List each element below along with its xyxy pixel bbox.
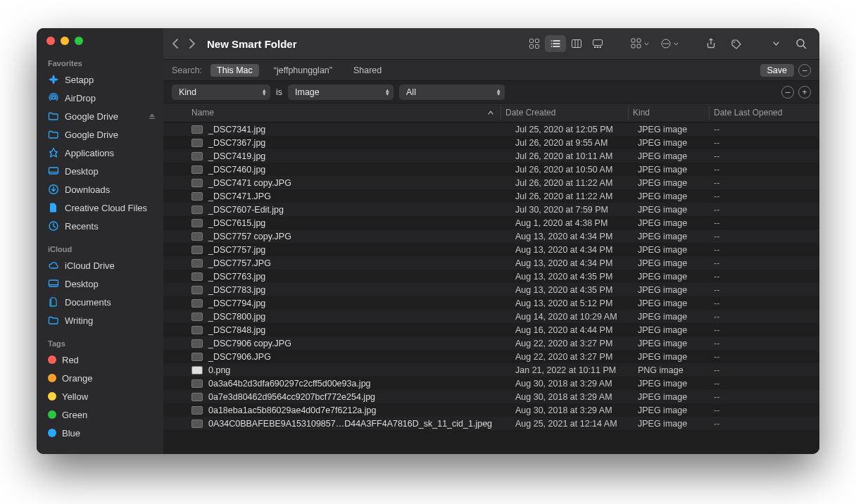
column-header-last-opened[interactable]: Date Last Opened bbox=[714, 108, 819, 118]
view-list-button[interactable] bbox=[545, 35, 566, 52]
criteria-extra-dropdown[interactable]: All ▴▾ bbox=[399, 84, 505, 100]
airdrop-icon bbox=[48, 92, 59, 103]
sidebar-item[interactable]: Google Drive bbox=[37, 125, 163, 144]
sidebar-item[interactable]: Red bbox=[37, 351, 163, 369]
window-fullscreen-button[interactable] bbox=[75, 37, 83, 45]
file-row[interactable]: _DSC7800.jpg Aug 14, 2020 at 10:29 AM JP… bbox=[163, 310, 819, 323]
sidebar-item[interactable]: Setapp bbox=[37, 70, 163, 89]
scope-user-folder[interactable]: “jeffphungglan” bbox=[268, 64, 339, 77]
more-dropdown-button[interactable] bbox=[766, 35, 786, 52]
file-row[interactable]: _DSC7906 copy.JPG Aug 22, 2020 at 3:27 P… bbox=[163, 336, 819, 350]
save-search-button[interactable]: Save bbox=[760, 64, 795, 77]
column-header-kind[interactable]: Kind bbox=[633, 108, 709, 118]
file-row[interactable]: _DSC7757.jpg Aug 13, 2020 at 4:34 PM JPE… bbox=[163, 243, 819, 256]
file-date-last-opened: -- bbox=[714, 392, 819, 402]
remove-scope-button[interactable]: – bbox=[798, 64, 811, 77]
folder-icon bbox=[48, 111, 59, 122]
group-by-button[interactable] bbox=[628, 35, 652, 52]
scope-this-mac[interactable]: This Mac bbox=[210, 64, 259, 77]
tag-button[interactable] bbox=[726, 35, 746, 52]
file-kind: JPEG image bbox=[638, 352, 714, 362]
file-row[interactable]: 0a18eba1ac5b86029ae4d0d7e7f6212a.jpg Aug… bbox=[163, 403, 819, 417]
sidebar-item[interactable]: Green bbox=[37, 405, 163, 424]
file-row[interactable]: 0a7e3d80462d9564cc9207bcf772e254.jpg Aug… bbox=[163, 390, 819, 403]
sidebar-item[interactable]: Blue bbox=[37, 424, 163, 442]
toolbar: New Smart Folder bbox=[163, 28, 819, 59]
file-date-created: Jul 26, 2020 at 11:22 AM bbox=[515, 178, 638, 188]
file-name: _DSC7848.jpg bbox=[208, 325, 265, 335]
file-kind: PNG image bbox=[638, 365, 714, 375]
file-row[interactable]: 0a3a64b2d3dfa690297c2cff5d00e93a.jpg Aug… bbox=[163, 377, 819, 390]
action-menu-button[interactable] bbox=[657, 35, 681, 52]
sidebar-item[interactable]: Orange bbox=[37, 369, 163, 387]
view-grid-button[interactable] bbox=[524, 35, 545, 52]
sidebar-item[interactable]: Writing bbox=[37, 311, 163, 329]
sort-ascending-icon bbox=[488, 110, 493, 115]
file-row[interactable]: _DSC7471.JPG Jul 26, 2020 at 11:22 AM JP… bbox=[163, 189, 819, 203]
file-row[interactable]: _DSC7341.jpg Jul 25, 2020 at 12:05 PM JP… bbox=[163, 122, 819, 136]
file-date-last-opened: -- bbox=[714, 178, 819, 188]
search-button[interactable] bbox=[791, 35, 811, 52]
file-kind: JPEG image bbox=[638, 205, 714, 215]
sidebar-item[interactable]: Desktop bbox=[37, 162, 163, 180]
file-date-last-opened: -- bbox=[714, 325, 819, 335]
sidebar-item[interactable]: Google Drive bbox=[37, 107, 163, 125]
criteria-extra-label: All bbox=[406, 87, 416, 97]
file-date-last-opened: -- bbox=[714, 419, 819, 429]
file-name: _DSC7471.JPG bbox=[208, 191, 271, 201]
file-row[interactable]: 0A34C0BBAFEBE9A153109857…D44A3FF4A7816D_… bbox=[163, 417, 819, 430]
back-button[interactable] bbox=[172, 38, 179, 49]
criteria-remove-button[interactable]: – bbox=[781, 86, 794, 99]
view-gallery-button[interactable] bbox=[587, 35, 608, 52]
criteria-add-button[interactable]: + bbox=[798, 86, 811, 99]
apps-icon bbox=[48, 147, 59, 158]
traffic-lights bbox=[37, 37, 163, 55]
file-row[interactable]: _DSC7783.jpg Aug 13, 2020 at 4:35 PM JPE… bbox=[163, 283, 819, 296]
criteria-value-dropdown[interactable]: Image ▴▾ bbox=[288, 84, 394, 100]
window-close-button[interactable] bbox=[46, 37, 55, 45]
sidebar-item[interactable]: Yellow bbox=[37, 387, 163, 405]
file-date-created: Aug 30, 2018 at 3:29 AM bbox=[515, 405, 638, 415]
file-row[interactable]: _DSC7757 copy.JPG Aug 13, 2020 at 4:34 P… bbox=[163, 229, 819, 243]
sidebar-item[interactable]: Desktop bbox=[37, 275, 163, 293]
file-date-last-opened: -- bbox=[714, 285, 819, 295]
file-date-created: Jul 25, 2020 at 12:05 PM bbox=[515, 125, 638, 134]
file-row[interactable]: _DSC7848.jpg Aug 16, 2020 at 4:44 PM JPE… bbox=[163, 323, 819, 336]
file-row[interactable]: _DSC7763.jpg Aug 13, 2020 at 4:35 PM JPE… bbox=[163, 270, 819, 283]
column-header-name[interactable]: Name bbox=[187, 108, 501, 118]
sidebar-item[interactable]: Downloads bbox=[37, 180, 163, 199]
file-row[interactable]: _DSC7757.JPG Aug 13, 2020 at 4:34 PM JPE… bbox=[163, 256, 819, 270]
view-columns-button[interactable] bbox=[566, 35, 587, 52]
file-thumbnail-icon bbox=[191, 379, 203, 388]
file-row[interactable]: _DSC7906.JPG Aug 22, 2020 at 3:27 PM JPE… bbox=[163, 350, 819, 363]
file-row[interactable]: _DSC7615.jpg Aug 1, 2020 at 4:38 PM JPEG… bbox=[163, 216, 819, 229]
svg-point-33 bbox=[734, 42, 735, 43]
eject-icon[interactable] bbox=[148, 112, 156, 120]
file-row[interactable]: _DSC7460.jpg Jul 26, 2020 at 10:50 AM JP… bbox=[163, 163, 819, 176]
file-name: _DSC7615.jpg bbox=[208, 218, 265, 228]
scope-shared[interactable]: Shared bbox=[347, 64, 388, 77]
file-row[interactable]: _DSC7419.jpg Jul 26, 2020 at 10:11 AM JP… bbox=[163, 149, 819, 163]
file-row[interactable]: 0.png Jan 21, 2022 at 10:11 PM PNG image… bbox=[163, 363, 819, 377]
share-button[interactable] bbox=[701, 35, 721, 52]
window-minimize-button[interactable] bbox=[61, 37, 69, 45]
column-header-date[interactable]: Date Created bbox=[505, 108, 628, 118]
file-row[interactable]: _DSC7367.jpg Jul 26, 2020 at 9:55 AM JPE… bbox=[163, 136, 819, 149]
sidebar-item[interactable]: Documents bbox=[37, 293, 163, 311]
file-date-last-opened: -- bbox=[714, 245, 819, 255]
file-list[interactable]: _DSC7341.jpg Jul 25, 2020 at 12:05 PM JP… bbox=[163, 122, 819, 454]
sidebar-item[interactable]: iCloud Drive bbox=[37, 256, 163, 275]
file-date-last-opened: -- bbox=[714, 379, 819, 389]
sidebar-item[interactable]: Applications bbox=[37, 144, 163, 162]
sidebar-item[interactable]: Recents bbox=[37, 217, 163, 235]
file-row[interactable]: _DSC7471 copy.JPG Jul 26, 2020 at 11:22 … bbox=[163, 176, 819, 189]
forward-button[interactable] bbox=[189, 38, 196, 49]
sidebar-item[interactable]: AirDrop bbox=[37, 89, 163, 107]
file-row[interactable]: _DSC7607-Edit.jpg Jul 30, 2020 at 7:59 P… bbox=[163, 203, 819, 216]
file-name: 0.png bbox=[208, 365, 230, 375]
file-date-created: Aug 25, 2021 at 12:14 AM bbox=[515, 419, 638, 429]
file-row[interactable]: _DSC7794.jpg Aug 13, 2020 at 5:12 PM JPE… bbox=[163, 296, 819, 310]
sidebar-heading: iCloud bbox=[37, 244, 163, 256]
criteria-attribute-dropdown[interactable]: Kind ▴▾ bbox=[172, 84, 270, 100]
sidebar-item[interactable]: Creative Cloud Files bbox=[37, 199, 163, 217]
